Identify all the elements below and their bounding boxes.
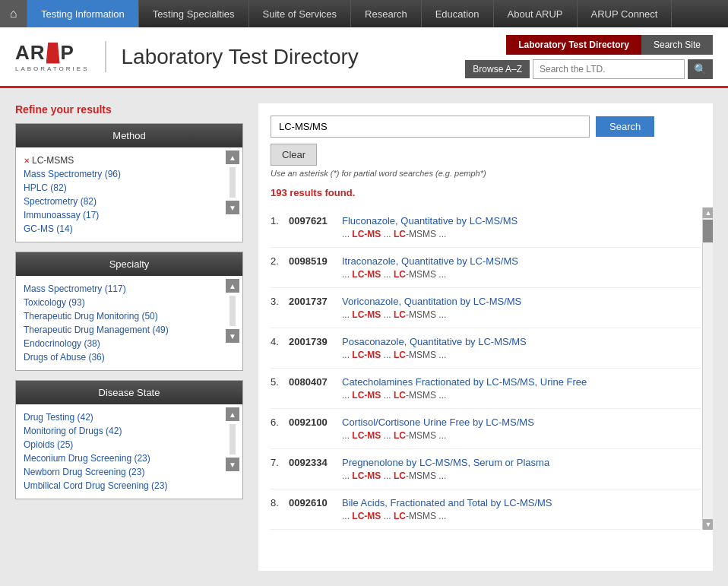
- logo: AR P LABORATORIES: [15, 41, 90, 72]
- page-header: AR P LABORATORIES Laboratory Test Direct…: [0, 27, 728, 88]
- results-count: 193 results found.: [258, 184, 713, 207]
- disease-scroll-track: [229, 424, 236, 455]
- nav-arup-connect[interactable]: ARUP Connect: [578, 0, 673, 27]
- nav-testing-information[interactable]: Testing Information: [27, 0, 139, 27]
- nav-testing-specialties[interactable]: Testing Specialties: [139, 0, 249, 27]
- search-button[interactable]: Search: [596, 116, 654, 137]
- method-filter-header: Method: [16, 124, 242, 147]
- disease-scroll-down[interactable]: ▼: [226, 458, 239, 471]
- highlight: LC-MS: [352, 309, 381, 320]
- disease-filter-opioids[interactable]: Opioids (25): [24, 438, 236, 451]
- method-filter-section: Method LC-MSMS Mass Spectrometry (96) HP…: [15, 123, 243, 242]
- result-item: 7. 0092334 Pregnenolone by LC-MS/MS, Ser…: [271, 449, 701, 489]
- search-input[interactable]: [271, 116, 590, 138]
- highlight: LC: [394, 470, 406, 481]
- disease-scroll-up[interactable]: ▲: [226, 407, 239, 421]
- result-code: 0080407: [289, 376, 342, 388]
- method-filter-item-lcmsms[interactable]: LC-MSMS: [24, 154, 236, 167]
- header-search-input[interactable]: [533, 59, 685, 79]
- result-item: 4. 2001739 Posaconazole, Quantitative by…: [271, 328, 701, 369]
- result-number: 4.: [271, 336, 289, 347]
- result-title-link[interactable]: Catecholamines Fractionated by LC-MS/MS,…: [342, 376, 701, 388]
- result-content: Cortisol/Cortisone Urine Free by LC-MS/M…: [342, 417, 701, 441]
- clear-button[interactable]: Clear: [271, 144, 317, 166]
- specialty-scroll-down[interactable]: ▼: [226, 329, 239, 343]
- results-scroll-down[interactable]: ▼: [703, 519, 713, 530]
- result-code: 0092100: [289, 417, 342, 428]
- search-hint: Use an asterisk (*) for partial word sea…: [258, 166, 713, 184]
- disease-filter-drug-testing[interactable]: Drug Testing (42): [24, 410, 236, 424]
- result-number: 7.: [271, 457, 289, 468]
- results-scroll-thumb[interactable]: [703, 220, 713, 242]
- header-search-button[interactable]: 🔍: [688, 59, 713, 79]
- method-filter-item-hplc[interactable]: HPLC (82): [24, 181, 236, 195]
- result-title-link[interactable]: Pregnenolone by LC-MS/MS, Serum or Plasm…: [342, 457, 701, 468]
- result-code: 0097621: [289, 215, 342, 226]
- method-filter-item-spectrometry[interactable]: Spectrometry (82): [24, 195, 236, 208]
- method-scroll-down[interactable]: ▼: [226, 201, 239, 214]
- result-title-link[interactable]: Cortisol/Cortisone Urine Free by LC-MS/M…: [342, 417, 701, 428]
- results-scroll-up[interactable]: ▲: [703, 207, 713, 218]
- specialty-filter-tdmgmt[interactable]: Therapeutic Drug Management (49): [24, 323, 236, 337]
- specialty-scroll-up[interactable]: ▲: [226, 279, 239, 293]
- method-filter-item-immunoassay[interactable]: Immunoassay (17): [24, 208, 236, 222]
- result-item: 1. 0097621 Fluconazole, Quantitative by …: [271, 207, 701, 248]
- specialty-filter-endocrinology[interactable]: Endocrinology (38): [24, 337, 236, 350]
- highlight: LC-MS: [352, 470, 381, 481]
- header-controls: Laboratory Test Directory Search Site Br…: [465, 35, 713, 79]
- result-title-link[interactable]: Voriconazole, Quantitation by LC-MS/MS: [342, 296, 701, 307]
- result-content: Itraconazole, Quantitative by LC-MS/MS .…: [342, 255, 701, 280]
- result-excerpt: ... LC-MS ... LC-MSMS ...: [342, 269, 446, 280]
- search-bar-row: Search: [258, 103, 713, 138]
- method-scroll-up[interactable]: ▲: [226, 150, 239, 164]
- home-button[interactable]: ⌂: [0, 0, 27, 27]
- method-filter-item-mass-spec[interactable]: Mass Spectrometry (96): [24, 167, 236, 181]
- method-scroll-track: [229, 167, 236, 198]
- result-code: 0092334: [289, 457, 342, 468]
- ltd-button[interactable]: Laboratory Test Directory: [506, 35, 641, 55]
- result-item: 2. 0098519 Itraconazole, Quantitative by…: [271, 248, 701, 288]
- result-excerpt: ... LC-MS ... LC-MSMS ...: [342, 350, 446, 360]
- result-excerpt: ... LC-MS ... LC-MSMS ...: [342, 470, 446, 481]
- disease-filter-monitoring[interactable]: Monitoring of Drugs (42): [24, 424, 236, 438]
- logo-text-ar: AR: [15, 41, 46, 65]
- specialty-filter-mass-spec[interactable]: Mass Spectrometry (117): [24, 282, 236, 296]
- result-excerpt: ... LC-MS ... LC-MSMS ...: [342, 390, 446, 401]
- results-scrollbar[interactable]: ▲ ▼: [702, 207, 713, 530]
- highlight: LC-MS: [352, 511, 381, 521]
- result-code: 2001737: [289, 296, 342, 307]
- result-number: 2.: [271, 255, 289, 267]
- result-item: 6. 0092100 Cortisol/Cortisone Urine Free…: [271, 409, 701, 449]
- highlight: LC: [394, 269, 406, 280]
- result-number: 8.: [271, 497, 289, 508]
- nav-suite-of-services[interactable]: Suite of Services: [249, 0, 352, 27]
- home-icon: ⌂: [10, 7, 17, 21]
- top-navigation: ⌂ Testing Information Testing Specialtie…: [0, 0, 728, 27]
- specialty-filter-toxicology[interactable]: Toxicology (93): [24, 296, 236, 309]
- disease-filter-meconium[interactable]: Meconium Drug Screening (23): [24, 451, 236, 465]
- result-title-link[interactable]: Bile Acids, Fractionated and Total by LC…: [342, 497, 701, 508]
- result-content: Posaconazole, Quantitative by LC-MS/MS .…: [342, 336, 701, 360]
- search-site-button[interactable]: Search Site: [641, 35, 713, 55]
- nav-education[interactable]: Education: [422, 0, 494, 27]
- result-title-link[interactable]: Posaconazole, Quantitative by LC-MS/MS: [342, 336, 701, 347]
- method-filter-item-gcms[interactable]: GC-MS (14): [24, 222, 236, 236]
- logo-cup-icon: [46, 43, 60, 64]
- disease-filter-umbilical[interactable]: Umbilical Cord Drug Screening (23): [24, 479, 236, 493]
- result-content: Catecholamines Fractionated by LC-MS/MS,…: [342, 376, 701, 401]
- result-number: 1.: [271, 215, 289, 226]
- result-number: 3.: [271, 296, 289, 307]
- nav-about-arup[interactable]: About ARUP: [494, 0, 578, 27]
- result-title-link[interactable]: Fluconazole, Quantitative by LC-MS/MS: [342, 215, 701, 226]
- nav-research[interactable]: Research: [351, 0, 422, 27]
- specialty-filter-drugs-abuse[interactable]: Drugs of Abuse (36): [24, 350, 236, 364]
- result-title-link[interactable]: Itraconazole, Quantitative by LC-MS/MS: [342, 255, 701, 267]
- highlight: LC: [394, 511, 406, 521]
- result-excerpt: ... LC-MS ... LC-MSMS ...: [342, 309, 446, 320]
- refine-title: Refine your results: [15, 103, 243, 116]
- highlight: LC-MS: [352, 390, 381, 401]
- method-scroll-controls: ▲ ▼: [226, 150, 239, 214]
- specialty-filter-tdm[interactable]: Therapeutic Drug Monitoring (50): [24, 309, 236, 323]
- browse-az-button[interactable]: Browse A–Z: [465, 60, 530, 78]
- disease-filter-newborn[interactable]: Newborn Drug Screening (23): [24, 465, 236, 479]
